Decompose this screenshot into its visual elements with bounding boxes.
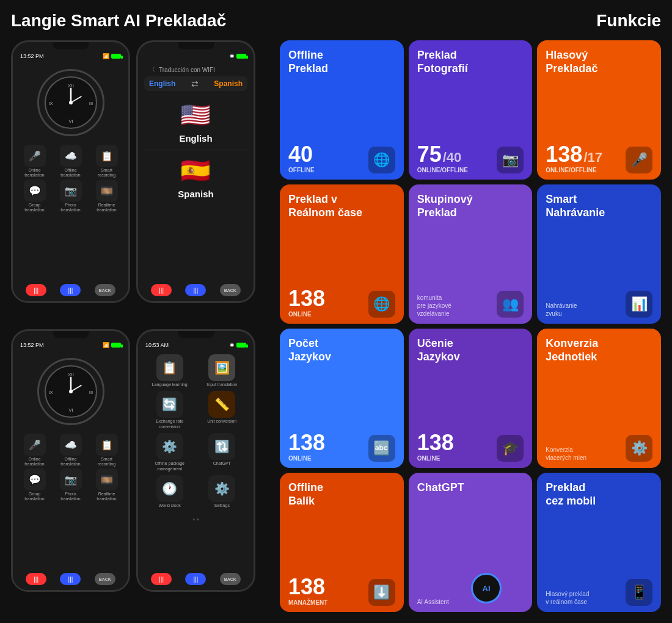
feature-card[interactable]: PočetJazykov 138 ONLINE 🔤	[280, 329, 404, 468]
list-item[interactable]: 🔄 Exchange rateconversion	[145, 391, 194, 429]
blue-btn-4[interactable]: |||	[185, 573, 206, 585]
feature-sublabel: komunitapre jazykovévzdelávanie	[417, 294, 451, 318]
feature-card[interactable]: Prekladcez mobil Hlasový prekladv reálno…	[537, 473, 661, 612]
feature-count: 138	[288, 576, 327, 598]
list-item[interactable]: 📋 Smartrecording	[90, 434, 123, 466]
feature-sublabel: Hlasový prekladv reálnom čase	[546, 590, 589, 606]
feature-bottom: Nahrávaniezvuku 📊	[546, 291, 652, 318]
red-btn-3[interactable]: |||	[26, 573, 46, 585]
list-item[interactable]: 🎤 Onlinetranslation	[18, 434, 51, 466]
bt-icon: ✱	[230, 53, 235, 59]
list-item[interactable]: 🔃 ChatGPT	[198, 433, 247, 472]
list-item[interactable]: 🎞️ Realtimetranslation	[90, 468, 123, 501]
back-btn-1[interactable]: BACK	[95, 284, 115, 296]
phone-bottom-bar-2: ||| ||| BACK	[138, 279, 254, 301]
list-item[interactable]: 📷 Phototranslation	[54, 180, 87, 212]
battery-icon-4	[236, 343, 246, 348]
feature-label: MANAŽMENT	[288, 599, 327, 606]
list-item[interactable]: ☁️ Offlinetranslation	[54, 434, 87, 466]
back-btn-4[interactable]: BACK	[220, 573, 241, 585]
list-item[interactable]: 🖼️ Input translation	[198, 354, 247, 387]
list-item[interactable]: 💬 Grouptranslation	[18, 468, 51, 501]
feature-card[interactable]: Preklad vReálnom čase 138 ONLINE 🌐	[280, 184, 404, 324]
list-item[interactable]: 🎤 Onlinetranslation	[18, 145, 51, 177]
list-item[interactable]: ⚙️ Settings	[198, 475, 247, 508]
list-item[interactable]: ⚙️ Offline packagemanagement	[145, 433, 194, 472]
list-item[interactable]: 📏 Unit conversion	[198, 391, 247, 429]
battery-icon-1	[111, 54, 121, 59]
feature-card[interactable]: SkupinovýPreklad komunitapre jazykovévzd…	[409, 184, 533, 324]
feature-icon: 🌐	[368, 147, 395, 173]
feature-card[interactable]: UčenieJazykov 138 ONLINE 🎓	[409, 329, 533, 468]
phone-screen-3: XII III VI IX 🎤	[13, 349, 128, 568]
swap-icon[interactable]: ⇄	[191, 79, 199, 89]
feature-card[interactable]: SmartNahrávanie Nahrávaniezvuku 📊	[537, 184, 661, 324]
icon-label-group: Grouptranslation	[24, 203, 44, 212]
record-icon-box-3: 📋	[96, 434, 118, 456]
features-grid: OfflinePreklad 40 OFFLINE 🌐 PrekladFotog…	[280, 40, 661, 612]
list-item[interactable]: 📋 Smartrecording	[90, 145, 123, 177]
feature-label: ONLINE/OFFLINE	[546, 167, 602, 173]
icon-label-photo-3: Phototranslation	[60, 492, 80, 501]
feature-count: 75	[417, 144, 442, 166]
feature-card[interactable]: OfflinePreklad 40 OFFLINE 🌐	[280, 40, 404, 180]
offline-pkg-label: Offline packagemanagement	[155, 461, 184, 472]
lang-to-label: Spanish	[214, 79, 243, 88]
red-btn-2[interactable]: |||	[151, 284, 172, 296]
red-btn-1[interactable]: |||	[26, 284, 46, 296]
blue-btn-3[interactable]: |||	[60, 573, 81, 585]
phone-bottom-bar-1: ||| ||| BACK	[13, 279, 128, 301]
list-item[interactable]: 💬 Grouptranslation	[18, 180, 51, 212]
list-item[interactable]: 🕐 World clock	[145, 475, 194, 508]
status-icons-1: 📶	[103, 53, 121, 59]
feature-sublabel: Konverziaviacerých mien	[546, 446, 586, 462]
feature-card[interactable]: ChatGPT AI Assistent AI	[409, 473, 533, 612]
record-icon-box: 📋	[96, 145, 118, 167]
back-btn-2[interactable]: BACK	[220, 284, 241, 296]
list-item[interactable]: 🎞️ Realtimetranslation	[90, 180, 123, 212]
watch-face-2: XII III VI IX	[37, 358, 104, 425]
realtime-icon-box: 🎞️	[96, 180, 118, 202]
notch	[53, 42, 89, 49]
count-area: 138 ONLINE	[288, 288, 325, 318]
time-4: 10:53 AM	[145, 342, 169, 348]
lang-pair: English ⇄ Spanish	[144, 76, 247, 91]
phone-screen-4: 📋 Language learning 🖼️ Input translation…	[138, 349, 254, 568]
red-btn-4[interactable]: |||	[151, 573, 172, 585]
icon-label-smart-3: Smartrecording	[98, 457, 115, 466]
feature-title: KonverziaJednotiek	[546, 337, 652, 363]
feature-count: 138	[288, 432, 325, 454]
feature-bottom: komunitapre jazykovévzdelávanie 👥	[417, 291, 524, 318]
blue-btn-1[interactable]: |||	[60, 284, 81, 296]
feature-count: 138	[546, 144, 582, 166]
battery-icon-3	[111, 343, 121, 348]
feature-title: HlasovýPrekladač	[546, 49, 652, 75]
feature-icon: 🔤	[368, 435, 395, 462]
count-area: 75 /40 ONLINE/OFFLINE	[417, 144, 468, 173]
watch-face: XII III VI IX	[37, 69, 104, 136]
list-item[interactable]: ☁️ Offlinetranslation	[54, 145, 87, 177]
icon-label-smart: Smartrecording	[98, 168, 115, 177]
feature-card[interactable]: HlasovýPrekladač 138 /17 ONLINE/OFFLINE …	[537, 40, 661, 180]
lang-from-section: 🇺🇸 English	[179, 101, 212, 144]
app-title: Langie Smart AI Prekladač	[11, 11, 226, 31]
feature-card[interactable]: PrekladFotografií 75 /40 ONLINE/OFFLINE …	[409, 40, 533, 180]
list-item[interactable]: 📷 Phototranslation	[54, 468, 87, 501]
world-clock-icon: 🕐	[156, 475, 183, 502]
back-arrow[interactable]: 〈	[149, 65, 155, 74]
phone-icons-grid-3: 🎤 Onlinetranslation ☁️ Offlinetranslatio…	[18, 434, 123, 501]
back-btn-3[interactable]: BACK	[95, 573, 115, 585]
count-area: Konverziaviacerých mien	[546, 443, 586, 462]
feature-bottom: 40 OFFLINE 🌐	[288, 144, 395, 173]
lang-from-name: English	[179, 133, 212, 144]
blue-btn-2[interactable]: |||	[185, 284, 206, 296]
cloud-icon-box: ☁️	[60, 145, 82, 167]
status-bar-2: ✱	[138, 49, 254, 60]
feature-icon: 👥	[497, 291, 524, 318]
feature-title: OfflinePreklad	[288, 49, 395, 75]
feature-card[interactable]: OfflineBalík 138 MANAŽMENT ⬇️	[280, 473, 404, 612]
svg-text:VI: VI	[68, 407, 73, 413]
count-area: 138 ONLINE	[417, 432, 454, 462]
feature-card[interactable]: KonverziaJednotiek Konverziaviacerých mi…	[537, 329, 661, 468]
list-item[interactable]: 📋 Language learning	[145, 354, 194, 387]
